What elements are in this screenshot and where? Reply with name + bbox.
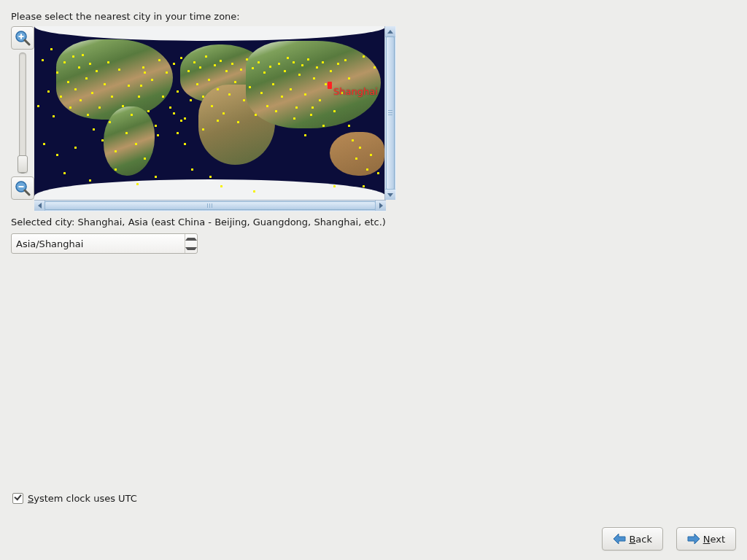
- city-dot[interactable]: [158, 59, 160, 61]
- city-dot[interactable]: [53, 115, 55, 117]
- city-dot[interactable]: [131, 114, 133, 116]
- city-dot[interactable]: [316, 66, 318, 69]
- city-dot[interactable]: [173, 63, 175, 65]
- city-dot[interactable]: [217, 120, 219, 122]
- city-dot[interactable]: [333, 110, 336, 112]
- city-dot[interactable]: [348, 77, 350, 79]
- city-dot[interactable]: [304, 93, 306, 96]
- city-dot[interactable]: [115, 168, 117, 171]
- scroll-down-button[interactable]: [385, 189, 395, 200]
- city-dot[interactable]: [330, 70, 332, 72]
- city-dot[interactable]: [56, 154, 58, 156]
- city-dot[interactable]: [293, 117, 295, 120]
- city-dot[interactable]: [359, 147, 361, 149]
- city-dot[interactable]: [63, 61, 66, 63]
- city-dot[interactable]: [89, 179, 91, 182]
- city-dot[interactable]: [50, 48, 53, 50]
- city-dot[interactable]: [284, 70, 286, 72]
- city-dot[interactable]: [47, 90, 50, 93]
- city-dot[interactable]: [98, 106, 101, 109]
- city-dot[interactable]: [225, 70, 228, 72]
- city-dot[interactable]: [91, 92, 93, 94]
- city-dot[interactable]: [322, 125, 325, 127]
- map-vertical-scrollbar[interactable]: [384, 26, 396, 200]
- city-dot[interactable]: [177, 90, 179, 93]
- city-dot[interactable]: [72, 55, 74, 58]
- city-dot[interactable]: [370, 154, 372, 156]
- city-dot[interactable]: [151, 79, 153, 81]
- city-dot[interactable]: [260, 92, 263, 94]
- city-dot[interactable]: [118, 69, 120, 71]
- city-dot[interactable]: [246, 58, 248, 61]
- city-dot[interactable]: [184, 143, 186, 145]
- city-dot[interactable]: [155, 125, 157, 127]
- city-dot[interactable]: [56, 71, 58, 74]
- city-dot[interactable]: [74, 88, 77, 90]
- scroll-left-button[interactable]: [34, 201, 45, 211]
- city-dot[interactable]: [136, 183, 139, 185]
- city-dot[interactable]: [180, 120, 182, 122]
- city-dot[interactable]: [366, 168, 368, 171]
- city-dot[interactable]: [322, 61, 324, 63]
- city-dot[interactable]: [344, 59, 347, 61]
- zoom-slider[interactable]: [19, 52, 26, 174]
- city-dot[interactable]: [214, 64, 216, 66]
- city-dot[interactable]: [304, 134, 306, 136]
- back-button[interactable]: Back: [602, 527, 663, 551]
- city-dot[interactable]: [74, 147, 77, 149]
- city-dot[interactable]: [187, 70, 190, 72]
- city-dot[interactable]: [111, 96, 113, 98]
- city-dot[interactable]: [138, 96, 140, 98]
- city-dot[interactable]: [333, 185, 336, 187]
- city-dot[interactable]: [211, 105, 213, 107]
- city-dot[interactable]: [87, 114, 89, 116]
- city-dot[interactable]: [352, 139, 354, 141]
- city-dot[interactable]: [337, 63, 339, 65]
- city-dot[interactable]: [93, 128, 95, 131]
- city-dot[interactable]: [243, 99, 245, 101]
- city-dot[interactable]: [140, 85, 142, 87]
- city-dot[interactable]: [173, 112, 175, 114]
- city-dot[interactable]: [290, 88, 292, 90]
- horizontal-scroll-thumb[interactable]: [44, 201, 376, 210]
- city-dot[interactable]: [355, 158, 357, 160]
- city-dot[interactable]: [155, 176, 157, 178]
- city-dot[interactable]: [205, 55, 207, 58]
- city-dot[interactable]: [142, 66, 144, 69]
- city-dot[interactable]: [311, 106, 314, 109]
- city-dot[interactable]: [162, 96, 164, 98]
- city-dot[interactable]: [217, 88, 219, 90]
- city-dot[interactable]: [253, 190, 255, 192]
- map-horizontal-scrollbar[interactable]: [34, 200, 386, 211]
- city-dot[interactable]: [209, 176, 212, 178]
- city-dot[interactable]: [80, 99, 82, 101]
- city-dot[interactable]: [313, 77, 315, 79]
- city-dot[interactable]: [234, 81, 236, 83]
- utc-checkbox-label[interactable]: System clock uses UTC: [28, 493, 137, 504]
- city-dot[interactable]: [191, 168, 193, 171]
- city-dot[interactable]: [255, 114, 257, 116]
- city-dot[interactable]: [104, 83, 106, 85]
- city-dot[interactable]: [202, 128, 204, 131]
- city-dot[interactable]: [269, 66, 271, 68]
- city-dot[interactable]: [249, 86, 251, 88]
- scroll-right-button[interactable]: [375, 201, 386, 211]
- city-dot[interactable]: [42, 59, 44, 61]
- city-dot[interactable]: [263, 71, 266, 74]
- city-dot[interactable]: [348, 125, 350, 127]
- city-dot[interactable]: [202, 96, 204, 98]
- city-dot[interactable]: [325, 83, 327, 85]
- city-dot[interactable]: [220, 185, 222, 187]
- city-dot[interactable]: [107, 61, 109, 63]
- city-dot[interactable]: [89, 63, 91, 65]
- city-dot[interactable]: [78, 66, 80, 69]
- city-dot[interactable]: [310, 114, 312, 116]
- city-dot[interactable]: [293, 61, 295, 63]
- city-dot[interactable]: [184, 117, 186, 120]
- city-dot[interactable]: [101, 139, 104, 141]
- city-dot[interactable]: [147, 110, 150, 112]
- world-map[interactable]: Shanghai: [34, 26, 386, 200]
- city-dot[interactable]: [363, 55, 365, 58]
- city-dot[interactable]: [363, 185, 365, 187]
- city-dot[interactable]: [228, 93, 231, 96]
